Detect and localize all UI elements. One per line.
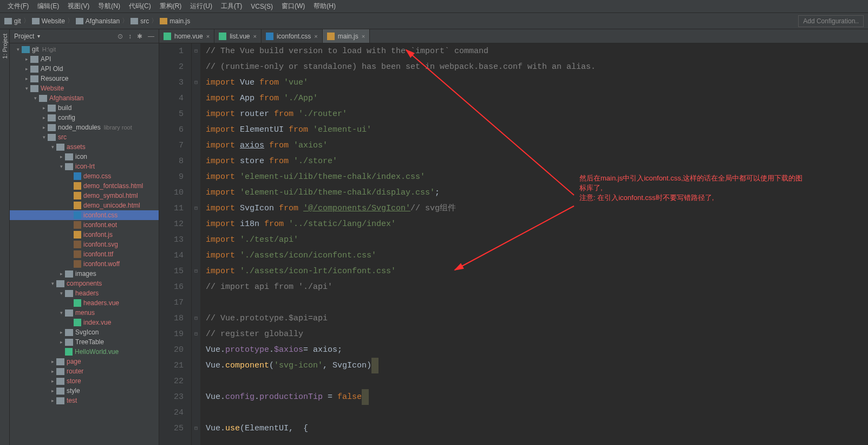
tree-node[interactable]: iconfont.svg bbox=[10, 240, 159, 249]
code-content[interactable]: // The Vue build version to load with th… bbox=[200, 43, 868, 445]
tree-node[interactable]: iconfont.eot bbox=[10, 220, 159, 230]
tree-node[interactable]: demo_unicode.html bbox=[10, 201, 159, 210]
code-line[interactable]: import './assets/icon-lrt/iconfont.css' bbox=[206, 263, 868, 279]
collapse-icon[interactable]: ↕ bbox=[128, 33, 132, 40]
tree-node[interactable]: ▾Afghanistan bbox=[10, 93, 159, 103]
editor-tab[interactable]: list.vue× bbox=[214, 29, 262, 43]
tree-node[interactable]: ▾headers bbox=[10, 288, 159, 298]
collapse-icon[interactable]: ▸ bbox=[49, 398, 56, 403]
code-line[interactable]: import store from './store' bbox=[206, 153, 868, 169]
tree-node[interactable]: index.vue bbox=[10, 318, 159, 327]
collapse-icon[interactable]: ▸ bbox=[57, 271, 65, 276]
chevron-down-icon[interactable]: ▾ bbox=[37, 33, 40, 39]
code-line[interactable]: import SvgIcon from '@/components/SvgIco… bbox=[206, 201, 868, 216]
code-line[interactable]: Vue.use(ElementUI, { bbox=[206, 421, 868, 436]
code-line[interactable]: import router from './router' bbox=[206, 106, 868, 122]
locate-icon[interactable]: ⊙ bbox=[118, 33, 123, 40]
menu-item[interactable]: 文件(F) bbox=[4, 1, 32, 12]
tree-node[interactable]: ▾assets bbox=[10, 142, 159, 152]
code-line[interactable]: import App from './App' bbox=[206, 91, 868, 106]
tree-node[interactable]: ▸icon bbox=[10, 152, 159, 162]
code-line[interactable]: // The Vue build version to load with th… bbox=[206, 43, 868, 59]
code-line[interactable]: Vue.prototype.$axios= axios; bbox=[206, 342, 868, 358]
code-line[interactable]: import Vue from 'vue' bbox=[206, 75, 868, 91]
collapse-icon[interactable]: ▸ bbox=[40, 125, 48, 130]
collapse-icon[interactable]: ▸ bbox=[23, 66, 30, 72]
tree-node[interactable]: ▸router bbox=[10, 366, 159, 376]
collapse-icon[interactable]: ▸ bbox=[23, 76, 30, 81]
tree-node[interactable]: ▾components bbox=[10, 279, 159, 288]
expand-icon[interactable]: ▾ bbox=[23, 86, 30, 91]
tree-node[interactable]: demo.css bbox=[10, 171, 159, 181]
project-tree[interactable]: ▾gitH:\git▸API▸API Old▸Resource▾Website▾… bbox=[10, 43, 159, 445]
menu-item[interactable]: 重构(R) bbox=[156, 1, 185, 12]
code-line[interactable] bbox=[206, 295, 868, 311]
tree-node[interactable]: ▸SvgIcon bbox=[10, 327, 159, 337]
collapse-icon[interactable]: ▸ bbox=[57, 330, 65, 335]
tree-node[interactable]: demo_symbol.html bbox=[10, 191, 159, 201]
menu-item[interactable]: 窗口(W) bbox=[278, 1, 308, 12]
fold-icon[interactable]: ⊟ bbox=[192, 201, 200, 216]
close-tab-icon[interactable]: × bbox=[253, 33, 257, 40]
tree-node[interactable]: iconfont.css bbox=[10, 210, 159, 220]
code-editor[interactable]: 1234567891011121314151617181920212223242… bbox=[159, 43, 868, 445]
tree-node[interactable]: ▾icon-lrt bbox=[10, 162, 159, 171]
code-line[interactable] bbox=[206, 373, 868, 389]
close-tab-icon[interactable]: × bbox=[314, 33, 317, 40]
close-tab-icon[interactable]: × bbox=[206, 33, 210, 40]
expand-icon[interactable]: ▾ bbox=[49, 144, 56, 150]
tree-node[interactable]: ▸page bbox=[10, 357, 159, 366]
code-line[interactable]: // import api from './api' bbox=[206, 279, 868, 295]
menu-item[interactable]: 代码(C) bbox=[126, 1, 154, 12]
tree-node[interactable]: ▸API bbox=[10, 54, 159, 64]
editor-tab[interactable]: iconfont.css× bbox=[262, 29, 323, 43]
collapse-icon[interactable]: ▸ bbox=[49, 388, 56, 394]
expand-icon[interactable]: ▾ bbox=[57, 310, 65, 315]
collapse-icon[interactable]: ▸ bbox=[23, 56, 30, 62]
code-line[interactable]: Vue.config.productionTip = false bbox=[206, 389, 868, 405]
tree-node[interactable]: ▸TreeTable bbox=[10, 337, 159, 347]
collapse-icon[interactable]: ▸ bbox=[57, 154, 65, 159]
tree-node[interactable]: ▸build bbox=[10, 103, 159, 113]
code-line[interactable]: Vue.component('svg-icon', SvgIcon) bbox=[206, 358, 868, 373]
breadcrumb-item[interactable]: git bbox=[4, 17, 21, 25]
tree-node[interactable]: ▸test bbox=[10, 396, 159, 405]
tree-node[interactable]: ▸images bbox=[10, 269, 159, 279]
expand-icon[interactable]: ▾ bbox=[57, 164, 65, 169]
menu-item[interactable]: 工具(T) bbox=[218, 1, 245, 12]
add-configuration-button[interactable]: Add Configuration.. bbox=[798, 15, 864, 27]
menu-item[interactable]: 编辑(E) bbox=[34, 1, 62, 12]
collapse-icon[interactable]: ▸ bbox=[40, 105, 48, 111]
menu-item[interactable]: VCS(S) bbox=[247, 2, 276, 11]
hide-icon[interactable]: — bbox=[148, 33, 154, 40]
expand-icon[interactable]: ▾ bbox=[57, 291, 65, 296]
tree-node[interactable]: ▾src bbox=[10, 132, 159, 142]
tree-node[interactable]: iconfont.ttf bbox=[10, 249, 159, 259]
code-line[interactable]: import axios from 'axios' bbox=[206, 138, 868, 153]
tree-node[interactable]: ▸API Old bbox=[10, 64, 159, 74]
code-line[interactable] bbox=[206, 405, 868, 421]
breadcrumb-item[interactable]: Afghanistan bbox=[76, 17, 120, 25]
breadcrumb-item[interactable]: main.js bbox=[160, 17, 190, 25]
fold-icon[interactable]: ⊟ bbox=[192, 75, 200, 91]
tree-node[interactable]: headers.vue bbox=[10, 298, 159, 308]
project-tool-tab[interactable]: 1: Project bbox=[0, 29, 9, 63]
close-tab-icon[interactable]: × bbox=[362, 33, 365, 40]
code-line[interactable]: import './test/api' bbox=[206, 232, 868, 248]
expand-icon[interactable]: ▾ bbox=[40, 134, 48, 140]
fold-icon[interactable]: ⊟ bbox=[192, 421, 200, 436]
collapse-icon[interactable]: ▸ bbox=[40, 115, 48, 120]
code-line[interactable]: import i18n from '../static/lang/index' bbox=[206, 216, 868, 232]
collapse-icon[interactable]: ▸ bbox=[49, 378, 56, 384]
expand-icon[interactable]: ▾ bbox=[49, 281, 56, 286]
code-line[interactable]: // (runtime-only or standalone) has been… bbox=[206, 59, 868, 75]
tree-node[interactable]: ▾gitH:\git bbox=[10, 44, 159, 54]
settings-icon[interactable]: ✱ bbox=[137, 33, 142, 40]
expand-icon[interactable]: ▾ bbox=[14, 47, 22, 52]
expand-icon[interactable]: ▾ bbox=[31, 95, 39, 101]
tree-node[interactable]: ▸config bbox=[10, 113, 159, 122]
tree-node[interactable]: demo_fontclass.html bbox=[10, 181, 159, 191]
tree-node[interactable]: ▸style bbox=[10, 386, 159, 396]
menu-item[interactable]: 帮助(H) bbox=[310, 1, 339, 12]
tree-node[interactable]: ▸store bbox=[10, 376, 159, 386]
